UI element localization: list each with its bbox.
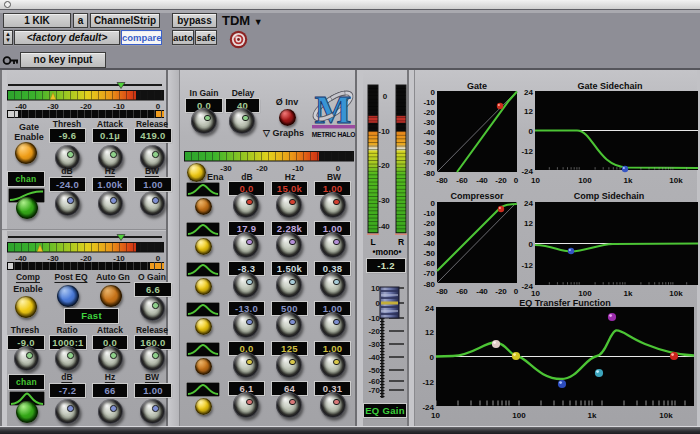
svg-text:-40: -40 [476,287,488,296]
svg-text:-12: -12 [521,147,533,156]
svg-text:-60: -60 [456,176,468,185]
svg-text:-80: -80 [436,287,448,296]
svg-text:10k: 10k [669,289,683,298]
svg-text:-20: -20 [368,327,380,336]
svg-text:-30: -30 [378,196,390,205]
svg-text:-20: -20 [423,108,435,117]
svg-text:0: 0 [514,176,519,185]
svg-text:-12: -12 [422,378,434,387]
svg-text:Compressor: Compressor [450,191,504,201]
svg-text:-60: -60 [368,377,380,386]
svg-text:0: 0 [430,353,435,362]
svg-text:12: 12 [524,219,533,228]
svg-text:R: R [398,237,404,247]
svg-text:Gate: Gate [467,81,487,91]
svg-text:Gate Sidechain: Gate Sidechain [577,81,642,91]
svg-text:-20: -20 [80,254,92,263]
svg-text:0: 0 [156,102,161,111]
svg-text:-10: -10 [368,314,380,323]
svg-text:12: 12 [425,328,434,337]
svg-text:10: 10 [531,289,540,298]
svg-text:100: 100 [512,411,526,420]
svg-text:0: 0 [514,287,519,296]
svg-text:0: 0 [431,199,436,208]
svg-text:1k: 1k [588,411,597,420]
svg-text:-70: -70 [368,386,380,395]
svg-text:Comp Sidechain: Comp Sidechain [574,191,645,201]
svg-text:-30: -30 [47,102,59,111]
svg-text:0: 0 [383,92,388,101]
svg-text:-20: -20 [80,102,92,111]
svg-text:1k: 1k [624,289,633,298]
svg-text:-40: -40 [423,128,435,137]
svg-text:-80: -80 [423,280,435,289]
svg-text:100: 100 [578,176,592,185]
svg-text:-30: -30 [47,254,59,263]
svg-text:10: 10 [431,411,440,420]
svg-text:-50: -50 [423,138,435,147]
svg-text:-30: -30 [423,229,435,238]
svg-text:1k: 1k [624,176,633,185]
svg-text:-10: -10 [113,254,125,263]
svg-text:L: L [370,237,375,247]
svg-text:-40: -40 [476,176,488,185]
svg-text:-60: -60 [423,259,435,268]
svg-text:-70: -70 [423,158,435,167]
svg-text:EQ Transfer Function: EQ Transfer Function [519,298,611,308]
svg-text:-20: -20 [256,164,268,173]
svg-text:-40: -40 [423,239,435,248]
svg-text:0: 0 [529,127,534,136]
svg-text:METRIC HALO: METRIC HALO [312,131,356,138]
svg-text:-60: -60 [456,287,468,296]
svg-text:10: 10 [531,176,540,185]
svg-text:-40: -40 [378,222,390,231]
svg-text:0: 0 [156,254,161,263]
svg-text:100: 100 [578,289,592,298]
svg-text:-80: -80 [423,169,435,178]
svg-text:M: M [315,88,352,131]
svg-text:-12: -12 [521,261,533,270]
svg-text:24: 24 [425,304,434,313]
svg-text:-70: -70 [423,269,435,278]
svg-text:-10: -10 [113,102,125,111]
svg-text:10k: 10k [669,176,683,185]
svg-text:-50: -50 [368,366,380,375]
svg-text:24: 24 [524,88,533,97]
svg-text:10k: 10k [659,411,673,420]
svg-text:-20: -20 [378,161,390,170]
svg-text:-30: -30 [423,118,435,127]
svg-text:0: 0 [431,88,436,97]
svg-text:24: 24 [524,199,533,208]
svg-text:-20: -20 [495,176,507,185]
svg-text:-40: -40 [15,102,27,111]
svg-text:10: 10 [371,284,380,293]
svg-text:0: 0 [529,240,534,249]
svg-text:-30: -30 [368,340,380,349]
svg-text:-80: -80 [436,176,448,185]
svg-text:-10: -10 [378,127,390,136]
svg-text:-20: -20 [423,219,435,228]
svg-text:-10: -10 [423,98,435,107]
svg-text:-10: -10 [423,209,435,218]
svg-text:-40: -40 [368,353,380,362]
svg-text:•mono•: •mono• [372,247,401,257]
svg-text:-20: -20 [495,287,507,296]
svg-text:-24: -24 [521,167,533,176]
svg-text:-40: -40 [15,254,27,263]
svg-text:12: 12 [524,107,533,116]
svg-text:-60: -60 [423,148,435,157]
svg-text:-50: -50 [423,249,435,258]
